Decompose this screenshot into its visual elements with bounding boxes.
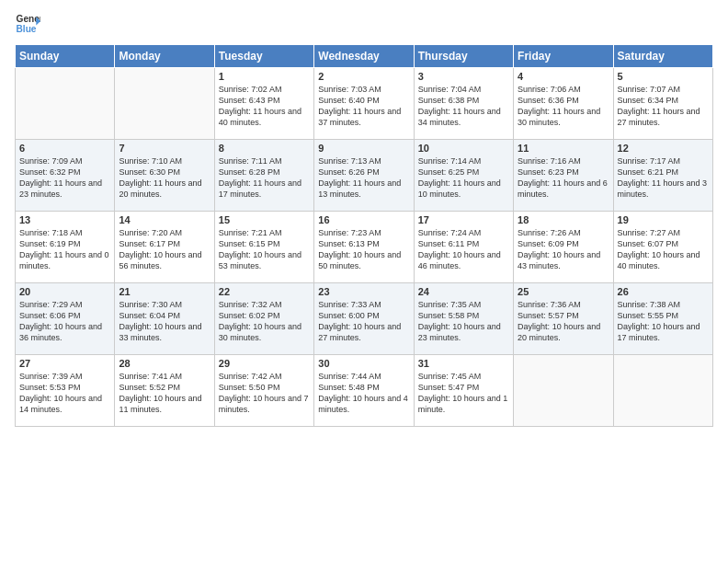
calendar-week-row: 1Sunrise: 7:02 AM Sunset: 6:43 PM Daylig… (16, 68, 713, 140)
calendar-cell: 24Sunrise: 7:35 AM Sunset: 5:58 PM Dayli… (414, 283, 513, 355)
day-number: 18 (518, 214, 609, 225)
calendar-cell: 29Sunrise: 7:42 AM Sunset: 5:50 PM Dayli… (214, 355, 313, 427)
day-number: 2 (318, 71, 409, 82)
calendar-cell: 2Sunrise: 7:03 AM Sunset: 6:40 PM Daylig… (314, 68, 414, 140)
weekday-header-cell: Friday (514, 45, 613, 68)
calendar-cell: 19Sunrise: 7:27 AM Sunset: 6:07 PM Dayli… (613, 212, 712, 283)
logo-icon: General Blue (15, 11, 40, 37)
calendar-body: 1Sunrise: 7:02 AM Sunset: 6:43 PM Daylig… (16, 68, 713, 427)
calendar-cell: 23Sunrise: 7:33 AM Sunset: 6:00 PM Dayli… (314, 283, 414, 355)
day-number: 27 (19, 358, 110, 369)
day-number: 4 (518, 71, 609, 82)
day-info: Sunrise: 7:38 AM Sunset: 5:55 PM Dayligh… (618, 299, 709, 344)
calendar-cell: 14Sunrise: 7:20 AM Sunset: 6:17 PM Dayli… (115, 212, 214, 283)
day-number: 25 (518, 286, 609, 297)
day-info: Sunrise: 7:09 AM Sunset: 6:32 PM Dayligh… (19, 155, 110, 201)
day-info: Sunrise: 7:41 AM Sunset: 5:52 PM Dayligh… (119, 371, 210, 416)
day-info: Sunrise: 7:04 AM Sunset: 6:38 PM Dayligh… (418, 84, 509, 129)
calendar-cell: 5Sunrise: 7:07 AM Sunset: 6:34 PM Daylig… (613, 68, 712, 140)
weekday-header-cell: Saturday (613, 45, 712, 68)
logo: General Blue (15, 11, 40, 37)
calendar-cell: 6Sunrise: 7:09 AM Sunset: 6:32 PM Daylig… (16, 140, 115, 212)
day-info: Sunrise: 7:23 AM Sunset: 6:13 PM Dayligh… (318, 227, 409, 272)
calendar-cell: 15Sunrise: 7:21 AM Sunset: 6:15 PM Dayli… (214, 212, 313, 283)
calendar-week-row: 6Sunrise: 7:09 AM Sunset: 6:32 PM Daylig… (16, 140, 713, 212)
day-number: 12 (618, 143, 709, 154)
day-info: Sunrise: 7:21 AM Sunset: 6:15 PM Dayligh… (219, 227, 310, 272)
calendar-cell: 31Sunrise: 7:45 AM Sunset: 5:47 PM Dayli… (414, 355, 513, 427)
day-info: Sunrise: 7:33 AM Sunset: 6:00 PM Dayligh… (318, 299, 409, 344)
day-info: Sunrise: 7:45 AM Sunset: 5:47 PM Dayligh… (418, 371, 509, 416)
day-number: 30 (318, 358, 409, 369)
day-number: 17 (418, 214, 509, 225)
weekday-header-row: SundayMondayTuesdayWednesdayThursdayFrid… (16, 45, 713, 68)
day-number: 20 (19, 286, 110, 297)
day-info: Sunrise: 7:32 AM Sunset: 6:02 PM Dayligh… (219, 299, 310, 344)
day-number: 11 (518, 143, 609, 154)
calendar-cell: 11Sunrise: 7:16 AM Sunset: 6:23 PM Dayli… (514, 140, 613, 212)
calendar-cell (115, 68, 214, 140)
day-number: 29 (219, 358, 310, 369)
calendar-cell (613, 355, 712, 427)
day-info: Sunrise: 7:30 AM Sunset: 6:04 PM Dayligh… (119, 299, 210, 344)
calendar-cell: 21Sunrise: 7:30 AM Sunset: 6:04 PM Dayli… (115, 283, 214, 355)
day-info: Sunrise: 7:10 AM Sunset: 6:30 PM Dayligh… (119, 155, 210, 201)
day-number: 26 (618, 286, 709, 297)
calendar-cell: 17Sunrise: 7:24 AM Sunset: 6:11 PM Dayli… (414, 212, 513, 283)
day-info: Sunrise: 7:42 AM Sunset: 5:50 PM Dayligh… (219, 371, 310, 416)
day-number: 3 (418, 71, 509, 82)
day-number: 9 (318, 143, 409, 154)
day-info: Sunrise: 7:07 AM Sunset: 6:34 PM Dayligh… (618, 84, 709, 129)
day-number: 21 (119, 286, 210, 297)
calendar-cell: 13Sunrise: 7:18 AM Sunset: 6:19 PM Dayli… (16, 212, 115, 283)
calendar-week-row: 27Sunrise: 7:39 AM Sunset: 5:53 PM Dayli… (16, 355, 713, 427)
day-info: Sunrise: 7:06 AM Sunset: 6:36 PM Dayligh… (518, 84, 609, 129)
day-number: 1 (219, 71, 310, 82)
day-info: Sunrise: 7:26 AM Sunset: 6:09 PM Dayligh… (518, 227, 609, 272)
day-info: Sunrise: 7:20 AM Sunset: 6:17 PM Dayligh… (119, 227, 210, 272)
day-number: 6 (19, 143, 110, 154)
day-number: 7 (119, 143, 210, 154)
weekday-header-cell: Monday (115, 45, 214, 68)
day-info: Sunrise: 7:02 AM Sunset: 6:43 PM Dayligh… (219, 84, 310, 129)
calendar-week-row: 20Sunrise: 7:29 AM Sunset: 6:06 PM Dayli… (16, 283, 713, 355)
calendar-cell (16, 68, 115, 140)
day-info: Sunrise: 7:17 AM Sunset: 6:21 PM Dayligh… (618, 155, 709, 201)
day-number: 16 (318, 214, 409, 225)
day-number: 8 (219, 143, 310, 154)
calendar-cell: 4Sunrise: 7:06 AM Sunset: 6:36 PM Daylig… (514, 68, 613, 140)
day-number: 31 (418, 358, 509, 369)
calendar-cell (514, 355, 613, 427)
weekday-header-cell: Sunday (16, 45, 115, 68)
calendar-cell: 10Sunrise: 7:14 AM Sunset: 6:25 PM Dayli… (414, 140, 513, 212)
day-info: Sunrise: 7:18 AM Sunset: 6:19 PM Dayligh… (19, 227, 110, 272)
calendar-cell: 16Sunrise: 7:23 AM Sunset: 6:13 PM Dayli… (314, 212, 414, 283)
day-number: 28 (119, 358, 210, 369)
day-info: Sunrise: 7:24 AM Sunset: 6:11 PM Dayligh… (418, 227, 509, 272)
day-info: Sunrise: 7:03 AM Sunset: 6:40 PM Dayligh… (318, 84, 409, 129)
calendar-cell: 26Sunrise: 7:38 AM Sunset: 5:55 PM Dayli… (613, 283, 712, 355)
calendar-cell: 8Sunrise: 7:11 AM Sunset: 6:28 PM Daylig… (214, 140, 313, 212)
day-number: 19 (618, 214, 709, 225)
calendar-table: SundayMondayTuesdayWednesdayThursdayFrid… (15, 44, 713, 427)
calendar-page: General Blue SundayMondayTuesdayWednesda… (0, 0, 728, 563)
day-number: 5 (618, 71, 709, 82)
day-info: Sunrise: 7:27 AM Sunset: 6:07 PM Dayligh… (618, 227, 709, 272)
day-number: 23 (318, 286, 409, 297)
day-info: Sunrise: 7:14 AM Sunset: 6:25 PM Dayligh… (418, 155, 509, 201)
day-info: Sunrise: 7:35 AM Sunset: 5:58 PM Dayligh… (418, 299, 509, 344)
day-info: Sunrise: 7:11 AM Sunset: 6:28 PM Dayligh… (219, 155, 310, 201)
calendar-week-row: 13Sunrise: 7:18 AM Sunset: 6:19 PM Dayli… (16, 212, 713, 283)
calendar-cell: 3Sunrise: 7:04 AM Sunset: 6:38 PM Daylig… (414, 68, 513, 140)
day-number: 24 (418, 286, 509, 297)
day-number: 15 (219, 214, 310, 225)
day-info: Sunrise: 7:29 AM Sunset: 6:06 PM Dayligh… (19, 299, 110, 344)
calendar-cell: 30Sunrise: 7:44 AM Sunset: 5:48 PM Dayli… (314, 355, 414, 427)
weekday-header-cell: Wednesday (314, 45, 414, 68)
day-number: 22 (219, 286, 310, 297)
weekday-header-cell: Thursday (414, 45, 513, 68)
svg-text:Blue: Blue (17, 24, 37, 34)
day-number: 14 (119, 214, 210, 225)
day-info: Sunrise: 7:39 AM Sunset: 5:53 PM Dayligh… (19, 371, 110, 416)
weekday-header-cell: Tuesday (214, 45, 313, 68)
